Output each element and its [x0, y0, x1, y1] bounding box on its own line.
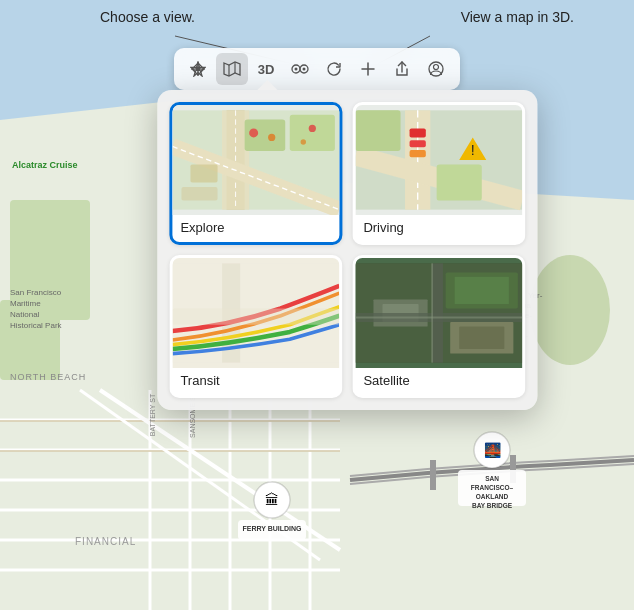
driving-label: Driving: [355, 215, 522, 242]
svg-rect-84: [410, 150, 426, 157]
share-button[interactable]: [386, 53, 418, 85]
driving-option[interactable]: ! Driving: [352, 102, 525, 245]
map-options-grid: Explore !: [169, 102, 525, 398]
map-view-button[interactable]: [216, 53, 248, 85]
svg-text:Alcatraz Cruise: Alcatraz Cruise: [12, 160, 78, 170]
svg-point-64: [434, 65, 439, 70]
svg-text:🌉: 🌉: [484, 442, 502, 459]
explore-label: Explore: [172, 215, 339, 242]
satellite-option[interactable]: Satellite: [352, 255, 525, 398]
svg-text:SAN: SAN: [485, 475, 499, 482]
popup-triangle: [257, 80, 277, 90]
svg-rect-75: [190, 165, 217, 183]
svg-text:San Francisco: San Francisco: [10, 288, 62, 297]
svg-rect-19: [430, 460, 436, 490]
svg-point-53: [196, 67, 201, 72]
svg-rect-82: [410, 128, 426, 137]
map-options-panel: Explore !: [157, 90, 537, 410]
transit-label: Transit: [172, 368, 339, 395]
satellite-thumbnail: [355, 258, 522, 368]
svg-text:BAY BRIDGE: BAY BRIDGE: [472, 502, 513, 509]
svg-point-59: [303, 68, 306, 71]
svg-text:NORTH BEACH: NORTH BEACH: [10, 372, 86, 382]
svg-text:FERRY BUILDING: FERRY BUILDING: [242, 525, 302, 532]
account-button[interactable]: [420, 53, 452, 85]
explore-option[interactable]: Explore: [169, 102, 342, 245]
driving-thumbnail: !: [355, 105, 522, 215]
svg-rect-86: [437, 165, 482, 201]
location-button[interactable]: [182, 53, 214, 85]
svg-rect-97: [455, 277, 509, 304]
svg-rect-76: [181, 187, 217, 201]
transit-option[interactable]: Transit: [169, 255, 342, 398]
svg-point-74: [301, 139, 306, 144]
satellite-label: Satellite: [355, 368, 522, 395]
transit-thumbnail: [172, 258, 339, 368]
lookaround-button[interactable]: [284, 53, 316, 85]
refresh-button[interactable]: [318, 53, 350, 85]
svg-text:FINANCIAL: FINANCIAL: [75, 536, 136, 547]
svg-text:National: National: [10, 310, 40, 319]
svg-text:OAKLAND: OAKLAND: [476, 493, 509, 500]
svg-point-72: [268, 134, 275, 141]
svg-point-23: [530, 255, 610, 365]
svg-text:Maritime: Maritime: [10, 299, 41, 308]
svg-rect-89: [172, 308, 339, 324]
svg-point-58: [295, 68, 298, 71]
svg-rect-70: [290, 115, 335, 151]
svg-rect-99: [459, 327, 504, 350]
svg-text:!: !: [471, 142, 475, 158]
svg-text:🏛: 🏛: [265, 492, 279, 508]
svg-point-71: [249, 128, 258, 137]
svg-text:Historical Park: Historical Park: [10, 321, 63, 330]
svg-point-73: [309, 125, 316, 132]
toolbar: 3D: [174, 48, 460, 90]
explore-thumbnail: [172, 105, 339, 215]
add-button[interactable]: [352, 53, 384, 85]
svg-rect-85: [355, 110, 400, 151]
svg-rect-83: [410, 140, 426, 147]
svg-text:FRANCISCO–: FRANCISCO–: [471, 484, 514, 491]
svg-text:BATTERY ST: BATTERY ST: [149, 393, 156, 436]
